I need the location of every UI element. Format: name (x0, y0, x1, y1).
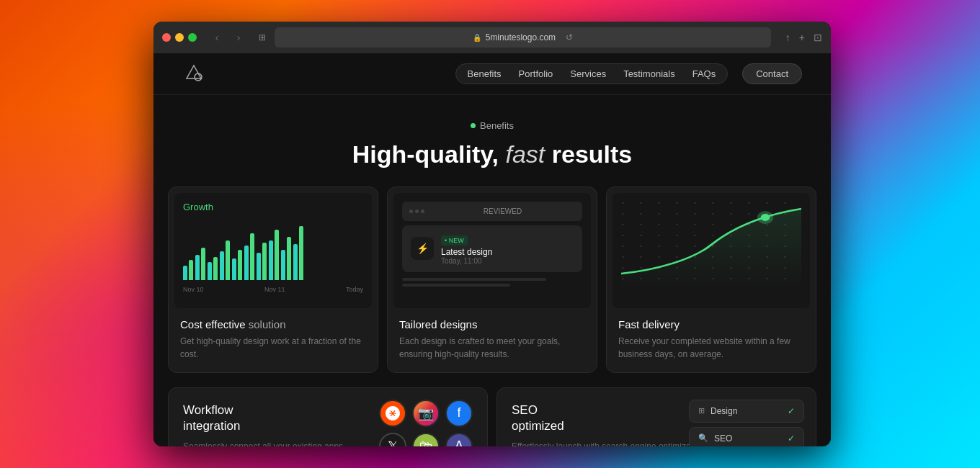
card-desc: Receive your completed website within a … (618, 335, 804, 361)
lock-icon: 🔒 (473, 34, 481, 42)
seo-check-icon: ✓ (788, 433, 795, 444)
tab-expand-icon: ⊞ (259, 32, 266, 42)
seo-seo-dropdown[interactable]: 🔍 SEO ✓ (689, 427, 804, 446)
site-navigation: Benefits Portfolio Services Testimonials… (153, 53, 831, 95)
card-title-bold: Tailored designs (399, 318, 477, 330)
browser-navigation: ‹ › (208, 29, 247, 46)
cards-grid: Growth (153, 186, 831, 387)
chart-bars (183, 218, 363, 283)
design-check-icon: ✓ (788, 406, 795, 416)
reload-icon: ↺ (566, 32, 573, 42)
minimize-dot[interactable] (175, 33, 184, 42)
browser-chrome: ‹ › ⊞ 🔒 5minuteslogo.com ↺ ↑ + ⊡ (153, 22, 831, 53)
maximize-dot[interactable] (188, 33, 197, 42)
share-icon[interactable]: ↑ (785, 32, 790, 43)
card-title-bold: Fast delivery (618, 318, 680, 330)
delivery-chart-visual (612, 193, 810, 308)
growth-chart-visual: Growth (174, 193, 372, 308)
bottom-grid: Workflowintegration Seamlessly connect a… (153, 387, 831, 446)
sidebar-toggle-icon[interactable]: ⊡ (814, 32, 822, 43)
delivery-chart (612, 193, 810, 308)
design-preview-visual: REVIEWED ⚡ • NEW Latest design Today, 11… (393, 193, 591, 308)
nav-benefits[interactable]: Benefits (468, 68, 502, 79)
seo-label: SEO (714, 433, 732, 444)
card-title-light: solution (249, 318, 286, 330)
card-cost-effective: Growth (168, 186, 378, 373)
notion-icon: A (445, 433, 473, 446)
zapier-icon (379, 400, 406, 427)
chart-dates: Nov 10 Nov 11 Today (183, 286, 363, 293)
notif-title: Latest design (441, 247, 574, 257)
chart-date-today: Today (346, 286, 363, 293)
card-desc: Get high-quality design work at a fracti… (180, 335, 366, 361)
notif-time: Today, 11:00 (441, 257, 574, 265)
contact-button[interactable]: Contact (742, 63, 802, 84)
card-workflow: Workflowintegration Seamlessly connect a… (168, 387, 488, 446)
nav-portfolio[interactable]: Portfolio (519, 68, 553, 79)
card-desc: Each design is crafted to meet your goal… (399, 335, 585, 361)
dot2 (415, 210, 419, 213)
back-button[interactable]: ‹ (208, 29, 226, 46)
nav-testimonials[interactable]: Testimonials (623, 68, 675, 79)
chart-date-1: Nov 10 (183, 286, 204, 293)
chart-label: Growth (183, 202, 363, 212)
website-content: Benefits Portfolio Services Testimonials… (153, 53, 831, 446)
facebook-icon: f (445, 400, 473, 427)
address-bar[interactable]: 🔒 5minuteslogo.com ↺ (275, 27, 771, 48)
nav-services[interactable]: Services (570, 68, 606, 79)
curve-container (621, 202, 801, 288)
design-label: Design (710, 406, 737, 416)
badge-dot (471, 123, 476, 128)
design-lines (402, 278, 582, 287)
card-content: Fast delivery Receive your completed web… (607, 308, 816, 372)
design-preview: REVIEWED ⚡ • NEW Latest design Today, 11… (393, 193, 591, 308)
preview-dots (409, 210, 424, 213)
shopify-icon: 🛍 (412, 433, 440, 446)
preview-browser-bar: REVIEWED (402, 202, 582, 221)
hero-section: Benefits High-quality, fast results (153, 95, 831, 186)
hero-title: High-quality, fast results (182, 140, 802, 169)
chart-date-2: Nov 11 (264, 286, 285, 293)
design-notification: ⚡ • NEW Latest design Today, 11:00 (402, 225, 582, 272)
notification-icon: ⚡ (411, 237, 434, 260)
card-tailored: REVIEWED ⚡ • NEW Latest design Today, 11… (387, 186, 597, 373)
tab-area: ⊞ 🔒 5minuteslogo.com ↺ (259, 27, 771, 48)
instagram-icon: 📷 (412, 400, 440, 427)
dot1 (409, 210, 413, 213)
notif-new-badge: • NEW (441, 235, 468, 246)
site-logo[interactable] (182, 64, 205, 84)
svg-marker-0 (187, 66, 201, 78)
add-tab-icon[interactable]: + (799, 32, 805, 43)
svg-point-5 (757, 211, 774, 224)
close-dot[interactable] (162, 33, 171, 42)
card-title: Tailored designs (399, 318, 585, 330)
design-line-1 (402, 278, 546, 281)
design-line-2 (402, 284, 510, 287)
card-content: Cost effective solution Get high-quality… (169, 308, 378, 372)
browser-window: ‹ › ⊞ 🔒 5minuteslogo.com ↺ ↑ + ⊡ (153, 22, 831, 446)
title-part1: High-quality, (352, 140, 499, 168)
card-seo: SEOoptimized Effortlessly launch with se… (496, 387, 816, 446)
dot3 (421, 210, 424, 213)
card-fast-delivery: Fast delivery Receive your completed web… (606, 186, 816, 373)
seo-design-dropdown[interactable]: ⊞ Design ✓ (689, 400, 804, 423)
forward-button[interactable]: › (230, 29, 247, 46)
nav-links: Benefits Portfolio Services Testimonials… (455, 63, 729, 84)
card-content: Tailored designs Each design is crafted … (388, 308, 597, 372)
twitter-icon: 𝕏 (379, 433, 406, 446)
growth-chart: Growth (174, 193, 372, 308)
design-grid-icon: ⊞ (698, 406, 705, 415)
nav-faqs[interactable]: FAQs (692, 68, 716, 79)
browser-actions: ↑ + ⊡ (785, 32, 822, 43)
integration-icons: 📷 f 𝕏 🛍 A (379, 400, 473, 446)
seo-search-icon: 🔍 (698, 433, 708, 443)
notification-text: • NEW Latest design Today, 11:00 (441, 233, 574, 265)
title-part2: results (552, 140, 633, 168)
card-title: Cost effective solution (180, 318, 366, 330)
card-title-bold: Cost effective (180, 318, 249, 330)
section-badge: Benefits (471, 120, 514, 131)
traffic-lights (162, 33, 197, 42)
seo-dropdowns: ⊞ Design ✓ 🔍 SEO ✓ (689, 400, 804, 446)
card-title: Fast delivery (618, 318, 804, 330)
url-text: 5minuteslogo.com (486, 32, 556, 42)
